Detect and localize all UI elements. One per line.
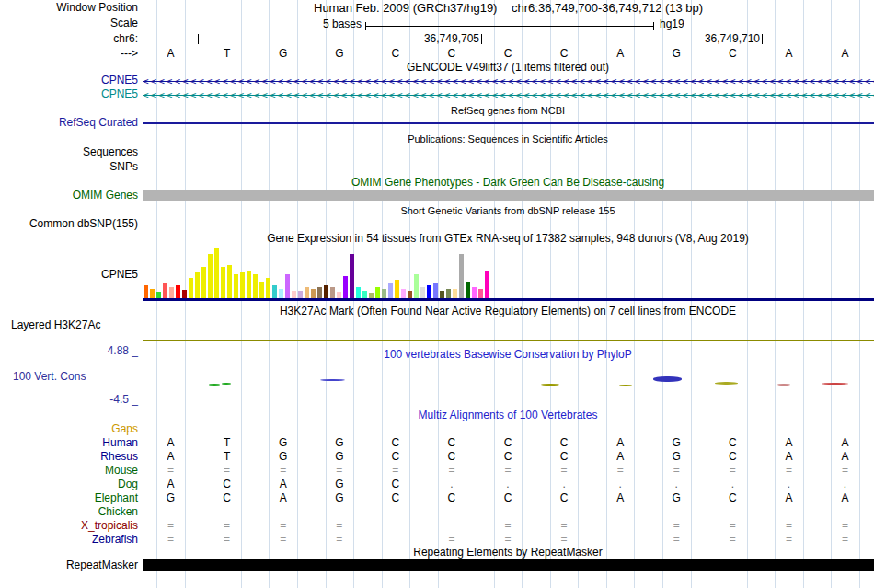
gtex-bar	[221, 267, 225, 298]
align-base: C	[504, 437, 512, 449]
align-base: =	[842, 520, 848, 532]
conservation-mark	[619, 385, 632, 386]
guide-line	[494, 0, 495, 588]
gtex-bar	[485, 271, 489, 298]
align-base: =	[786, 534, 792, 546]
ucsc-genome-browser-view: Window Position Human Feb. 2009 (GRCh37/…	[0, 0, 874, 588]
species-label-elephant[interactable]: Elephant	[0, 492, 138, 504]
align-base: =	[336, 534, 342, 546]
align-base: G	[279, 437, 287, 449]
guide-line	[859, 0, 860, 588]
align-base: C	[391, 492, 399, 504]
h3k27ac-signal-line[interactable]	[143, 340, 874, 341]
align-base: C	[504, 492, 512, 504]
gene-label-cpne5-2[interactable]: CPNE5	[0, 88, 138, 100]
conservation-mark	[777, 384, 790, 386]
gtex-bar	[408, 291, 412, 298]
align-base: C	[560, 437, 569, 449]
gtex-bar	[195, 272, 200, 298]
refseq-curated-label[interactable]: RefSeq Curated	[0, 117, 138, 129]
gtex-bar	[311, 289, 316, 298]
align-base: A	[616, 437, 624, 449]
species-label-x_tropicalis[interactable]: X_tropicalis	[0, 520, 138, 532]
guide-line	[803, 0, 804, 588]
align-base: =	[504, 465, 511, 477]
omim-gene-bar[interactable]	[143, 190, 874, 201]
species-label-human[interactable]: Human	[0, 437, 138, 449]
gtex-baseline[interactable]	[143, 298, 874, 301]
align-base: =	[786, 465, 792, 477]
coordinate-tick	[762, 34, 763, 44]
gtex-bar	[388, 283, 393, 298]
align-base: C	[504, 451, 512, 463]
gene-track-row[interactable]: <<<<<<<<<<<<<<<<<<<<<<<<<<<<<<<<<<<<<<<<…	[143, 89, 874, 101]
gtex-bar	[279, 289, 283, 298]
species-label-gaps[interactable]: Gaps	[0, 423, 138, 435]
conservation-mark	[653, 376, 682, 382]
omim-genes-label[interactable]: OMIM Genes	[0, 190, 138, 202]
align-base: =	[673, 534, 680, 546]
gtex-bar	[433, 283, 438, 298]
align-base: G	[335, 437, 343, 449]
guide-line	[831, 0, 832, 588]
gtex-gene-label[interactable]: CPNE5	[0, 269, 138, 281]
align-base: .	[450, 478, 453, 490]
refseq-gene-bar[interactable]	[143, 122, 874, 124]
conservation-track-label[interactable]: 100 Vert. Cons	[13, 371, 86, 383]
gtex-track-title: Gene Expression in 54 tissues from GTEx …	[267, 233, 749, 245]
conservation-mark	[320, 379, 345, 381]
align-base: T	[224, 451, 230, 463]
gtex-bar	[201, 267, 206, 298]
repeatmasker-bar[interactable]	[143, 559, 874, 571]
align-base: =	[730, 465, 736, 477]
species-label-rhesus[interactable]: Rhesus	[0, 451, 138, 463]
gtex-bar	[214, 248, 219, 298]
base-letter: G	[279, 48, 287, 60]
align-base: =	[448, 534, 454, 546]
conservation-max-label: 4.88 _	[0, 345, 138, 357]
common-dbsnp-label[interactable]: Common dbSNP(155)	[0, 218, 138, 230]
species-label-chicken[interactable]: Chicken	[0, 506, 138, 518]
conservation-mark	[222, 383, 231, 385]
species-label-mouse[interactable]: Mouse	[0, 465, 138, 477]
gtex-bar	[285, 274, 290, 298]
gtex-bar	[330, 287, 335, 298]
base-letter: C	[448, 48, 456, 60]
align-base: .	[675, 478, 678, 490]
gtex-bar	[420, 287, 425, 298]
base-letter: A	[167, 48, 174, 60]
omim-track-title: OMIM Gene Phenotypes - Dark Green Can Be…	[351, 177, 664, 189]
gene-label-cpne5-1[interactable]: CPNE5	[0, 75, 138, 86]
align-base: =	[730, 534, 736, 546]
gene-track-row[interactable]: <<<<<<<<<<<<<<<<<<<<<<<<<<<<<<<<<<<<<<<<…	[143, 75, 874, 87]
base-letter: A	[785, 48, 792, 60]
align-base: C	[729, 437, 737, 449]
align-base: G	[335, 451, 343, 463]
scale-value: 5 bases	[270, 18, 362, 30]
repeatmasker-label[interactable]: RepeatMasker	[0, 559, 138, 571]
base-letter: C	[504, 48, 512, 60]
align-base: C	[448, 437, 456, 449]
guide-line	[606, 0, 607, 588]
align-base: .	[619, 478, 622, 490]
gtex-bar	[259, 282, 264, 298]
species-label-dog[interactable]: Dog	[0, 478, 138, 490]
align-base: =	[842, 534, 848, 546]
snps-label[interactable]: SNPs	[0, 161, 138, 173]
position-title: chr6:36,749,700-36,749,712 (13 bp)	[512, 2, 703, 14]
align-base: =	[673, 465, 680, 477]
sequences-label[interactable]: Sequences	[0, 146, 138, 158]
guide-line	[747, 0, 748, 588]
strand-arrows: <<<<<<<<<<<<<<<<<<<<<<<<<<<<<<<<<<<<<<<<…	[143, 89, 874, 101]
h3k27ac-track-label[interactable]: Layered H3K27Ac	[11, 319, 100, 331]
species-label-zebrafish[interactable]: Zebrafish	[0, 534, 138, 546]
align-base: =	[224, 520, 230, 532]
align-base: C	[729, 451, 737, 463]
guide-line	[691, 0, 692, 588]
align-base: A	[841, 492, 848, 504]
scale-bar-right-tick	[653, 22, 654, 30]
align-base: C	[560, 451, 569, 463]
gtex-bar	[317, 287, 322, 298]
align-base: =	[224, 465, 230, 477]
guide-line	[662, 0, 663, 588]
